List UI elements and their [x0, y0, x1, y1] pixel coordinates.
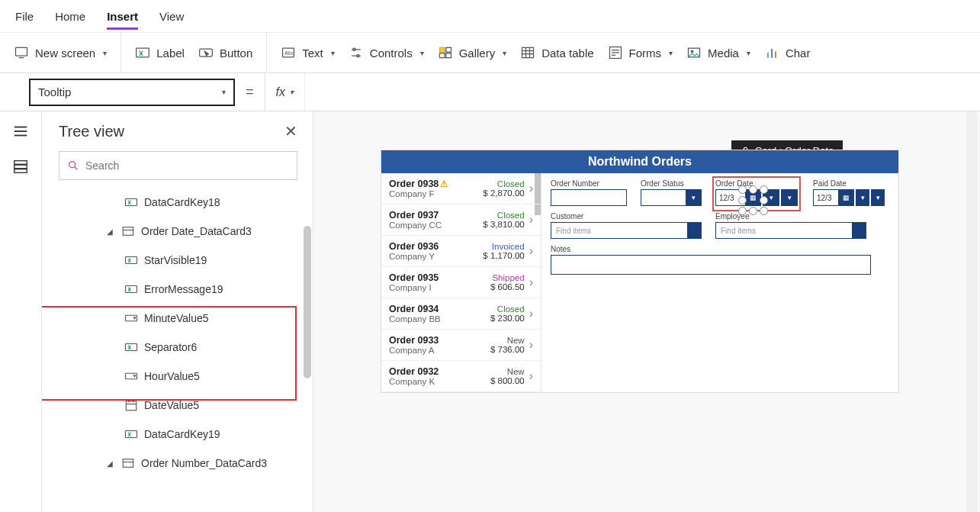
menu-file[interactable]: File — [15, 4, 34, 29]
search-icon — [67, 159, 79, 172]
scrollbar-thumb[interactable] — [304, 226, 311, 378]
svg-rect-37 — [123, 227, 133, 236]
media-icon — [686, 45, 702, 60]
order-row[interactable]: Order 0936Company YInvoiced$ 1,170.00› — [381, 236, 541, 267]
screen-icon — [14, 45, 29, 60]
label-icon — [124, 253, 138, 267]
tree-view-panel: Tree view ✕ DataCardKey18◢Order Date_Dat… — [42, 111, 313, 512]
combo-employee[interactable]: Find items — [715, 222, 866, 239]
dropdown-order-status[interactable]: ▾ — [641, 189, 702, 206]
card-icon — [121, 456, 135, 470]
dropdown-icon — [124, 311, 138, 325]
text-button[interactable]: Abc Text▾ — [281, 45, 335, 60]
dropdown-icon — [124, 369, 138, 383]
equals-label: = — [235, 84, 265, 100]
combo-customer[interactable]: Find items — [551, 222, 702, 239]
input-notes[interactable] — [551, 255, 871, 275]
search-input[interactable] — [85, 159, 289, 172]
svg-rect-31 — [14, 161, 27, 165]
svg-rect-13 — [445, 53, 451, 58]
tree-item-label: DateValue5 — [144, 399, 199, 411]
tree-item-label: ErrorMessage19 — [144, 283, 223, 295]
order-form: Order Number Order Status ▾ Order Date 1… — [541, 173, 898, 392]
canvas[interactable]: Card : Order Date Northwind Orders Order… — [313, 111, 980, 512]
order-row[interactable]: Order 0932Company KNew$ 800.00› — [381, 361, 541, 392]
order-row[interactable]: Order 0935Company IShipped$ 606.50› — [381, 267, 541, 298]
property-selector[interactable]: Tooltip ▾ — [29, 79, 235, 106]
tree-item[interactable]: ◢Order Date_DataCard3 — [42, 217, 313, 246]
media-button[interactable]: Media▾ — [686, 45, 750, 60]
app-preview: Northwind Orders Order 0938⚠Company FClo… — [381, 150, 899, 393]
forms-button[interactable]: Forms▾ — [608, 45, 673, 60]
label-paid-date: Paid Date — [813, 179, 889, 188]
hour-paid-date[interactable]: ▾ — [856, 189, 869, 206]
chevron-down-icon: ▾ — [420, 49, 424, 57]
hamburger-button[interactable] — [11, 122, 30, 140]
new-screen-button[interactable]: New screen▾ — [14, 45, 107, 60]
label-button[interactable]: Label — [135, 45, 185, 60]
menu-view[interactable]: View — [159, 4, 184, 29]
date-icon — [124, 398, 138, 412]
tree-item[interactable]: StarVisible19 — [42, 246, 313, 275]
controls-icon — [349, 45, 364, 60]
close-icon[interactable]: ✕ — [284, 122, 297, 140]
label-employee: Employee — [715, 212, 866, 221]
order-row[interactable]: Order 0933Company ANew$ 736.00› — [381, 330, 541, 361]
menu-home[interactable]: Home — [55, 4, 85, 29]
datepicker-paid-date[interactable]: 12/3▦ — [813, 189, 854, 206]
svg-rect-12 — [439, 53, 445, 58]
controls-button[interactable]: Controls▾ — [349, 45, 424, 60]
tree-item-label: StarVisible19 — [144, 254, 207, 266]
tree-item-label: DataCardKey18 — [144, 196, 220, 208]
tree-item[interactable]: DataCardKey18 — [42, 188, 313, 217]
app-title: Northwind Orders — [381, 150, 898, 173]
caret-icon: ◢ — [104, 459, 115, 468]
menu-bar: File Home Insert View — [0, 0, 980, 32]
order-row[interactable]: Order 0934Company BBClosed$ 230.00› — [381, 298, 541, 330]
tree-item[interactable]: ◢Order Number_DataCard3 — [42, 449, 313, 478]
svg-rect-44 — [126, 401, 137, 411]
svg-rect-42 — [126, 344, 137, 351]
tree-item[interactable]: ErrorMessage19 — [42, 275, 313, 304]
tree-search[interactable] — [59, 151, 297, 180]
warning-icon: ⚠ — [440, 179, 448, 189]
chevron-down-icon: ▾ — [103, 49, 107, 57]
svg-line-35 — [75, 167, 77, 169]
chevron-down-icon: ▾ — [503, 49, 506, 57]
minute-paid-date[interactable]: ▾ — [871, 189, 885, 206]
label-icon — [124, 340, 138, 354]
order-row[interactable]: Order 0937Company CCClosed$ 3,810.00› — [381, 204, 541, 236]
datatable-button[interactable]: Data table — [520, 45, 593, 60]
tree-item[interactable]: DateValue5 — [42, 391, 313, 420]
fx-label[interactable]: fx ▾ — [265, 73, 304, 111]
tree-body: DataCardKey18◢Order Date_DataCard3StarVi… — [42, 188, 313, 512]
menu-insert[interactable]: Insert — [107, 4, 138, 29]
svg-rect-48 — [126, 431, 137, 438]
tree-item-label: HourValue5 — [144, 370, 200, 382]
orders-gallery[interactable]: Order 0938⚠Company FClosed$ 2,870.00›Ord… — [381, 173, 541, 392]
svg-rect-40 — [126, 286, 137, 293]
gallery-icon — [438, 45, 453, 60]
svg-rect-39 — [126, 257, 137, 264]
tree-item[interactable]: Separator6 — [42, 333, 313, 362]
charts-button[interactable]: Char — [764, 45, 811, 60]
button-button[interactable]: Button — [198, 45, 252, 60]
svg-rect-10 — [439, 47, 445, 52]
chevron-right-icon: › — [529, 275, 533, 289]
svg-text:Abc: Abc — [284, 50, 294, 56]
chevron-down-icon: ▾ — [290, 88, 294, 96]
tree-item[interactable]: MinuteValue5 — [42, 304, 313, 333]
chevron-right-icon: › — [529, 307, 533, 320]
chevron-right-icon: › — [529, 369, 533, 383]
formula-input[interactable] — [304, 73, 980, 111]
svg-point-34 — [69, 162, 76, 168]
gallery-button[interactable]: Gallery▾ — [438, 45, 507, 60]
tree-view-button[interactable] — [11, 157, 30, 175]
tree-item[interactable]: DataCardKey19 — [42, 420, 313, 449]
canvas-scrollbar[interactable] — [966, 111, 977, 512]
svg-rect-0 — [16, 47, 27, 56]
tree-item[interactable]: HourValue5 — [42, 362, 313, 391]
input-order-number[interactable] — [551, 189, 627, 206]
label-customer: Customer — [551, 212, 702, 221]
order-row[interactable]: Order 0938⚠Company FClosed$ 2,870.00› — [381, 173, 541, 204]
